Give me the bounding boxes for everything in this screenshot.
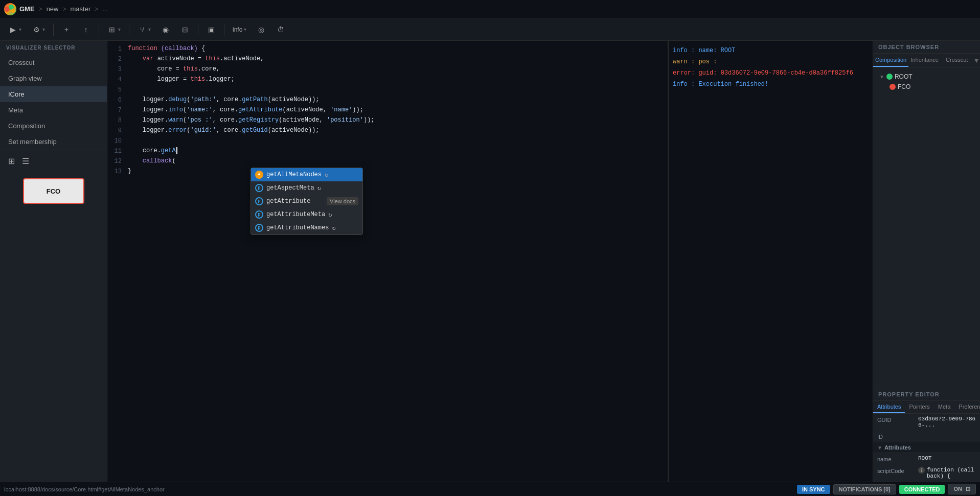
add-button[interactable]: ＋ — [58, 23, 75, 36]
visualizer-header: VISUALIZER SELECTOR — [0, 41, 107, 55]
list-view-button[interactable]: ☰ — [20, 154, 31, 168]
ob-tab-crosscut[interactable]: Crosscut — [941, 54, 973, 67]
line-num-11: 11 — [107, 147, 128, 155]
ac-refresh-4[interactable]: ↻ — [328, 211, 332, 219]
ac-item-getattributenames[interactable]: p getAttributeNames ↻ — [251, 221, 362, 234]
autocomplete-dropdown[interactable]: ● getAllMetaNodes ↻ p getAspectMeta ↻ p … — [250, 168, 363, 235]
property-editor: PROPERTY EDITOR Attributes Pointers Meta… — [873, 388, 980, 482]
branch-new[interactable]: new — [47, 5, 59, 13]
fco-node-label: FCO — [47, 187, 60, 195]
sidebar-item-composition[interactable]: Composition — [0, 118, 107, 134]
code-editor[interactable]: 1 function (callback) { 2 var activeNode… — [107, 41, 668, 482]
gear-icon: ⚙ — [32, 25, 41, 34]
ob-tree-root[interactable]: ▼ ROOT — [877, 72, 976, 82]
prop-tab-pointers[interactable]: Pointers — [905, 401, 933, 413]
layout-button[interactable]: ⊞ ▾ — [103, 23, 125, 36]
toggle-icon[interactable]: ⊡ — [966, 486, 970, 492]
prop-tab-meta[interactable]: Meta — [934, 401, 954, 413]
app-logo — [4, 3, 16, 15]
line-num-5: 5 — [107, 86, 128, 93]
settings-button[interactable]: ⚙ ▾ — [28, 23, 49, 36]
sep1: > — [39, 6, 42, 13]
line-num-8: 8 — [107, 116, 128, 124]
fco-node-tree-label: FCO — [898, 83, 910, 90]
upload-button[interactable]: ↑ — [77, 23, 95, 36]
branch-icon: ⑂ — [138, 25, 147, 34]
ac-item-getattribute[interactable]: p getAttribute View docs — [251, 195, 362, 208]
prop-row-id: ID — [873, 431, 980, 442]
tree-arrow-root: ▼ — [879, 74, 884, 80]
ob-tab-inheritance[interactable]: Inheritance — [908, 54, 941, 67]
ac-icon-blue-5: p — [255, 224, 263, 232]
ac-label-2: getAspectMeta — [266, 184, 314, 192]
ac-item-getattributemeta[interactable]: p getAttributeMeta ↻ — [251, 208, 362, 221]
ob-filter-button[interactable]: ▼ — [973, 54, 980, 67]
line-num-4: 4 — [107, 76, 128, 83]
fco-node-icon — [890, 84, 896, 90]
branch-button[interactable]: ⑂ ▾ — [133, 23, 155, 36]
ac-item-getallmetanodes[interactable]: ● getAllMetaNodes ↻ — [251, 168, 362, 181]
sidebar-item-graphview[interactable]: Graph view — [0, 70, 107, 86]
line-code-11: core.getA — [128, 147, 177, 154]
on-badge: ON ⊡ — [948, 484, 976, 494]
info-button[interactable]: info ▾ — [229, 24, 250, 35]
object-browser-header: OBJECT BROWSER — [873, 41, 980, 54]
top-bar: GME > new > master > ... — [0, 0, 980, 18]
sidebar-item-icore[interactable]: ICore — [0, 86, 107, 102]
info-dropdown-arrow: ▾ — [244, 27, 246, 32]
ob-tab-composition[interactable]: Composition — [873, 54, 908, 67]
ac-icon-blue-2: p — [255, 184, 263, 192]
line-code-3: core = this.core, — [128, 65, 220, 73]
info-label: info — [233, 26, 242, 33]
ac-icon-blue-3: p — [255, 197, 263, 205]
save-button[interactable]: ⊟ — [176, 23, 194, 36]
prop-value-id — [918, 433, 976, 440]
line-code-2: var activeNode = this.activeNode, — [128, 55, 264, 62]
ac-refresh-1[interactable]: ↻ — [325, 171, 328, 179]
ac-label-3: getAttribute — [266, 198, 310, 205]
console-line-info-2: info : Execution finished! — [673, 79, 869, 90]
notifications-badge[interactable]: NOTIFICATIONS [0] — [833, 484, 896, 494]
ac-label-5: getAttributeNames — [266, 224, 329, 231]
commit-button[interactable]: ◉ — [157, 23, 174, 36]
line-num-3: 3 — [107, 65, 128, 73]
code-line-3: 3 core = this.core, — [107, 65, 668, 76]
console-line-info-1: info : name: ROOT — [673, 45, 869, 56]
prop-value-name: ROOT — [918, 455, 976, 462]
status-url: localhost:8888/docs/source/Core.html#get… — [4, 486, 165, 492]
view-docs-button[interactable]: View docs — [327, 197, 358, 205]
code-content[interactable]: 1 function (callback) { 2 var activeNode… — [107, 41, 668, 482]
branch-master[interactable]: master — [71, 5, 91, 13]
fco-node-card[interactable]: FCO — [23, 178, 84, 204]
sidebar-item-meta[interactable]: Meta — [0, 102, 107, 118]
ac-icon-blue-4: p — [255, 210, 263, 219]
line-num-7: 7 — [107, 106, 128, 114]
sidebar-item-setmembership[interactable]: Set membership — [0, 134, 107, 150]
ac-item-getaspectmeta[interactable]: p getAspectMeta ↻ — [251, 181, 362, 195]
prop-row-guid: GUID 03d36072-9e09-7866-... — [873, 414, 980, 431]
grid-view-button[interactable]: ⊞ — [6, 154, 17, 168]
ac-refresh-5[interactable]: ↻ — [332, 224, 335, 232]
ac-refresh-2[interactable]: ↻ — [317, 184, 321, 192]
more-options[interactable]: ... — [102, 5, 108, 13]
layout2-button[interactable]: ▣ — [202, 23, 220, 36]
status-bar: localhost:8888/docs/source/Core.html#get… — [0, 482, 980, 496]
code-line-9: 9 logger.error('guid:', core.getGuid(act… — [107, 127, 668, 137]
sep2 — [99, 23, 99, 36]
line-num-2: 2 — [107, 55, 128, 63]
right-sidebar: OBJECT BROWSER Composition Inheritance C… — [873, 41, 980, 482]
prop-tab-attributes[interactable]: Attributes — [873, 401, 905, 413]
target-button[interactable]: ◎ — [253, 23, 270, 36]
sidebar-item-crosscut[interactable]: Crosscut — [0, 55, 107, 70]
code-line-8: 8 logger.warn('pos :', core.getRegistry(… — [107, 116, 668, 127]
code-line-4: 4 logger = this.logger; — [107, 76, 668, 86]
node-area: FCO — [0, 172, 107, 482]
ob-tree-fco[interactable]: FCO — [877, 82, 976, 92]
clock-button[interactable]: ⏱ — [272, 23, 289, 36]
object-browser-tree: ▼ ROOT FCO — [873, 67, 980, 388]
code-line-6: 6 logger.debug('path:', core.getPath(act… — [107, 96, 668, 106]
left-sidebar: VISUALIZER SELECTOR Crosscut Graph view … — [0, 41, 107, 482]
line-num-12: 12 — [107, 157, 128, 165]
prop-tab-preferences[interactable]: Preferences — [954, 401, 980, 413]
run-button[interactable]: ▶ ▾ — [4, 23, 26, 36]
